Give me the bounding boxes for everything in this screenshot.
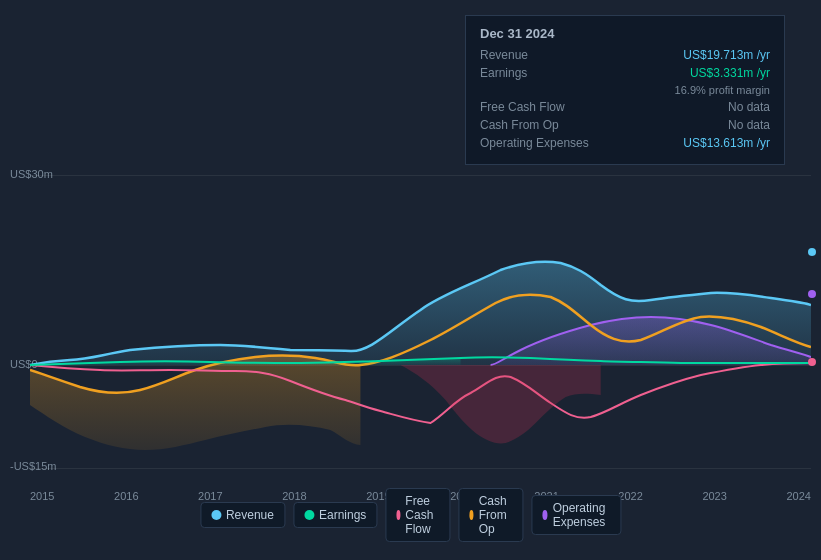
opex-value: US$13.613m /yr xyxy=(683,136,770,150)
opex-label: Operating Expenses xyxy=(480,136,600,150)
cfo-row: Cash From Op No data xyxy=(480,118,770,132)
earnings-label: Earnings xyxy=(480,66,600,80)
fcf-right-dot xyxy=(808,358,816,366)
revenue-legend-dot xyxy=(211,510,221,520)
fcf-legend-label: Free Cash Flow xyxy=(405,494,439,536)
revenue-value: US$19.713m /yr xyxy=(683,48,770,62)
profit-margin-value: 16.9% profit margin xyxy=(675,84,770,96)
legend-item-cfo[interactable]: Cash From Op xyxy=(458,488,523,542)
profit-margin-row: 16.9% profit margin xyxy=(480,84,770,96)
cfo-legend-label: Cash From Op xyxy=(479,494,513,536)
legend-item-earnings[interactable]: Earnings xyxy=(293,502,377,528)
opex-legend-dot xyxy=(542,510,547,520)
cfo-value: No data xyxy=(728,118,770,132)
fcf-label: Free Cash Flow xyxy=(480,100,600,114)
revenue-right-dot xyxy=(808,248,816,256)
negative-fill xyxy=(400,365,600,443)
opex-legend-label: Operating Expenses xyxy=(553,501,610,529)
earnings-value: US$3.331m /yr xyxy=(690,66,770,80)
cfo-label: Cash From Op xyxy=(480,118,600,132)
opex-row: Operating Expenses US$13.613m /yr xyxy=(480,136,770,150)
chart-container: Dec 31 2024 Revenue US$19.713m /yr Earni… xyxy=(0,0,821,560)
fcf-value: No data xyxy=(728,100,770,114)
x-label-2023: 2023 xyxy=(702,490,726,502)
earnings-row: Earnings US$3.331m /yr xyxy=(480,66,770,80)
tooltip-box: Dec 31 2024 Revenue US$19.713m /yr Earni… xyxy=(465,15,785,165)
chart-legend: Revenue Earnings Free Cash Flow Cash Fro… xyxy=(200,488,621,542)
x-label-2022: 2022 xyxy=(618,490,642,502)
fcf-row: Free Cash Flow No data xyxy=(480,100,770,114)
x-label-2024: 2024 xyxy=(786,490,810,502)
cfo-legend-dot xyxy=(469,510,473,520)
fcf-legend-dot xyxy=(396,510,400,520)
legend-item-fcf[interactable]: Free Cash Flow xyxy=(385,488,450,542)
legend-item-opex[interactable]: Operating Expenses xyxy=(531,495,621,535)
earnings-legend-dot xyxy=(304,510,314,520)
tooltip-date: Dec 31 2024 xyxy=(480,26,770,41)
legend-item-revenue[interactable]: Revenue xyxy=(200,502,285,528)
revenue-label: Revenue xyxy=(480,48,600,62)
x-label-2016: 2016 xyxy=(114,490,138,502)
opex-right-dot xyxy=(808,290,816,298)
x-label-2015: 2015 xyxy=(30,490,54,502)
revenue-legend-label: Revenue xyxy=(226,508,274,522)
chart-svg-area xyxy=(30,155,811,475)
revenue-row: Revenue US$19.713m /yr xyxy=(480,48,770,62)
earnings-legend-label: Earnings xyxy=(319,508,366,522)
